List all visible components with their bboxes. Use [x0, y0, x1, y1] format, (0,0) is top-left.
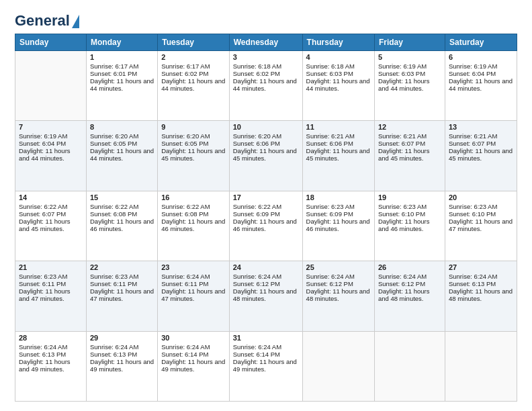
week-row-3: 14Sunrise: 6:22 AMSunset: 6:07 PMDayligh… [15, 191, 517, 261]
sunrise-text: Sunrise: 6:21 AM [449, 132, 513, 140]
week-row-5: 28Sunrise: 6:24 AMSunset: 6:13 PMDayligh… [15, 331, 517, 401]
day-cell [302, 331, 374, 401]
sunset-text: Sunset: 6:11 PM [90, 280, 154, 287]
sunset-text: Sunset: 6:12 PM [233, 280, 299, 287]
day-number: 11 [306, 123, 371, 131]
day-number: 10 [233, 123, 299, 131]
sunrise-text: Sunrise: 6:17 AM [161, 62, 226, 70]
daylight-text: Daylight: 11 hours and 44 minutes. [161, 77, 226, 92]
day-cell: 26Sunrise: 6:24 AMSunset: 6:12 PMDayligh… [374, 261, 445, 331]
sunrise-text: Sunrise: 6:21 AM [306, 132, 371, 140]
sunrise-text: Sunrise: 6:24 AM [161, 343, 226, 351]
day-number: 21 [19, 263, 83, 271]
sunrise-text: Sunrise: 6:19 AM [19, 132, 83, 140]
day-number: 25 [306, 263, 371, 271]
sunrise-text: Sunrise: 6:22 AM [233, 203, 299, 210]
sunrise-text: Sunrise: 6:17 AM [90, 62, 154, 70]
daylight-text: Daylight: 11 hours and 49 minutes. [19, 358, 83, 373]
sunrise-text: Sunrise: 6:24 AM [306, 273, 371, 280]
daylight-text: Daylight: 11 hours and 44 minutes. [449, 77, 513, 92]
sunset-text: Sunset: 6:02 PM [161, 70, 226, 77]
day-number: 30 [161, 334, 226, 342]
sunset-text: Sunset: 6:05 PM [161, 140, 226, 147]
day-cell: 28Sunrise: 6:24 AMSunset: 6:13 PMDayligh… [15, 331, 87, 401]
day-number: 31 [233, 334, 299, 342]
sunrise-text: Sunrise: 6:21 AM [378, 132, 441, 140]
day-cell: 25Sunrise: 6:24 AMSunset: 6:12 PMDayligh… [302, 261, 374, 331]
calendar-header-row: SundayMondayTuesdayWednesdayThursdayFrid… [15, 34, 517, 51]
day-number: 23 [161, 263, 226, 271]
sunrise-text: Sunrise: 6:22 AM [90, 203, 154, 210]
day-number: 16 [161, 193, 226, 201]
col-header-friday: Friday [374, 34, 445, 51]
day-cell: 18Sunrise: 6:23 AMSunset: 6:09 PMDayligh… [302, 191, 374, 261]
daylight-text: Daylight: 11 hours and 45 minutes. [449, 147, 513, 162]
sunrise-text: Sunrise: 6:24 AM [161, 273, 226, 280]
sunset-text: Sunset: 6:11 PM [19, 280, 83, 287]
day-cell: 16Sunrise: 6:22 AMSunset: 6:08 PMDayligh… [158, 191, 230, 261]
header: General [15, 12, 517, 27]
sunrise-text: Sunrise: 6:22 AM [19, 203, 83, 210]
day-cell: 29Sunrise: 6:24 AMSunset: 6:13 PMDayligh… [86, 331, 157, 401]
sunset-text: Sunset: 6:09 PM [233, 210, 299, 218]
sunrise-text: Sunrise: 6:24 AM [378, 273, 441, 280]
sunset-text: Sunset: 6:07 PM [449, 140, 513, 147]
day-number: 24 [233, 263, 299, 271]
day-number: 28 [19, 334, 83, 342]
sunrise-text: Sunrise: 6:23 AM [90, 273, 154, 280]
daylight-text: Daylight: 11 hours and 44 minutes. [378, 77, 441, 92]
day-cell: 24Sunrise: 6:24 AMSunset: 6:12 PMDayligh… [229, 261, 302, 331]
day-cell: 27Sunrise: 6:24 AMSunset: 6:13 PMDayligh… [445, 261, 517, 331]
day-number: 22 [90, 263, 154, 271]
day-cell: 20Sunrise: 6:23 AMSunset: 6:10 PMDayligh… [445, 191, 517, 261]
sunset-text: Sunset: 6:12 PM [306, 280, 371, 287]
daylight-text: Daylight: 11 hours and 44 minutes. [90, 77, 154, 92]
sunset-text: Sunset: 6:12 PM [378, 280, 441, 287]
day-number: 6 [449, 53, 513, 61]
sunset-text: Sunset: 6:08 PM [90, 210, 154, 218]
day-cell: 5Sunrise: 6:19 AMSunset: 6:03 PMDaylight… [374, 51, 445, 121]
col-header-thursday: Thursday [302, 34, 374, 51]
sunrise-text: Sunrise: 6:23 AM [449, 203, 513, 210]
day-cell: 12Sunrise: 6:21 AMSunset: 6:07 PMDayligh… [374, 121, 445, 191]
sunrise-text: Sunrise: 6:18 AM [233, 62, 299, 70]
sunset-text: Sunset: 6:01 PM [90, 70, 154, 77]
sunrise-text: Sunrise: 6:20 AM [233, 132, 299, 140]
day-cell: 6Sunrise: 6:19 AMSunset: 6:04 PMDaylight… [445, 51, 517, 121]
sunrise-text: Sunrise: 6:24 AM [449, 273, 513, 280]
col-header-monday: Monday [86, 34, 157, 51]
day-number: 9 [161, 123, 226, 131]
day-cell: 8Sunrise: 6:20 AMSunset: 6:05 PMDaylight… [86, 121, 157, 191]
sunset-text: Sunset: 6:05 PM [90, 140, 154, 147]
sunset-text: Sunset: 6:14 PM [161, 351, 226, 358]
sunset-text: Sunset: 6:13 PM [19, 351, 83, 358]
day-number: 20 [449, 193, 513, 201]
day-number: 3 [233, 53, 299, 61]
page: General SundayMondayTuesdayWednesdayThur… [0, 0, 532, 411]
day-cell: 23Sunrise: 6:24 AMSunset: 6:11 PMDayligh… [158, 261, 230, 331]
day-number: 26 [378, 263, 441, 271]
daylight-text: Daylight: 11 hours and 47 minutes. [161, 287, 226, 302]
day-cell: 17Sunrise: 6:22 AMSunset: 6:09 PMDayligh… [229, 191, 302, 261]
sunset-text: Sunset: 6:09 PM [306, 210, 371, 218]
daylight-text: Daylight: 11 hours and 46 minutes. [90, 218, 154, 232]
day-number: 18 [306, 193, 371, 201]
col-header-sunday: Sunday [15, 34, 87, 51]
logo-general: General [15, 12, 70, 30]
day-cell: 10Sunrise: 6:20 AMSunset: 6:06 PMDayligh… [229, 121, 302, 191]
day-cell: 30Sunrise: 6:24 AMSunset: 6:14 PMDayligh… [158, 331, 230, 401]
daylight-text: Daylight: 11 hours and 45 minutes. [19, 218, 83, 232]
day-number: 19 [378, 193, 441, 201]
daylight-text: Daylight: 11 hours and 49 minutes. [233, 358, 299, 373]
sunrise-text: Sunrise: 6:24 AM [233, 273, 299, 280]
daylight-text: Daylight: 11 hours and 44 minutes. [90, 147, 154, 162]
daylight-text: Daylight: 11 hours and 48 minutes. [378, 287, 441, 302]
day-cell: 1Sunrise: 6:17 AMSunset: 6:01 PMDaylight… [86, 51, 157, 121]
daylight-text: Daylight: 11 hours and 47 minutes. [19, 287, 83, 302]
sunset-text: Sunset: 6:11 PM [161, 280, 226, 287]
sunset-text: Sunset: 6:08 PM [161, 210, 226, 218]
day-cell: 3Sunrise: 6:18 AMSunset: 6:02 PMDaylight… [229, 51, 302, 121]
day-cell: 11Sunrise: 6:21 AMSunset: 6:06 PMDayligh… [302, 121, 374, 191]
daylight-text: Daylight: 11 hours and 47 minutes. [90, 287, 154, 302]
col-header-tuesday: Tuesday [158, 34, 230, 51]
